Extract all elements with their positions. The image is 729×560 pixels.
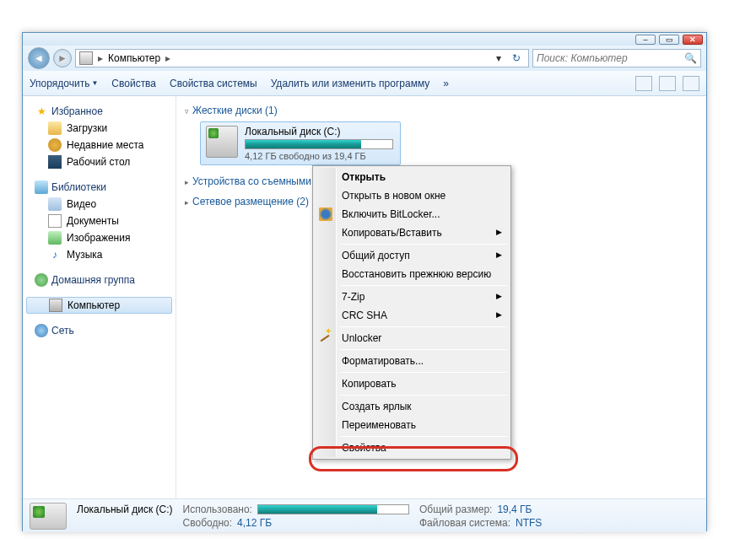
- chevron-right-icon: ▶: [496, 250, 502, 259]
- back-button[interactable]: ◄: [28, 47, 50, 69]
- details-pane: Локальный диск (C:) Локальный диск (C:) …: [23, 498, 706, 532]
- path-segment[interactable]: Компьютер: [108, 52, 160, 64]
- favorites-group[interactable]: ★Избранное: [23, 103, 176, 120]
- search-input[interactable]: [537, 52, 684, 64]
- desktop-icon: [48, 155, 62, 169]
- status-drive-name: Локальный диск (C:): [77, 503, 173, 515]
- free-value: 4,12 ГБ: [237, 517, 272, 529]
- chevron-right-icon: ▶: [496, 292, 502, 300]
- help-button[interactable]: [683, 76, 699, 91]
- drive-usage-bar: [245, 139, 393, 149]
- homegroup-icon: [35, 273, 48, 287]
- computer-icon: [49, 299, 62, 312]
- total-value: 19,4 ГБ: [497, 503, 532, 515]
- minimize-button[interactable]: –: [635, 35, 656, 45]
- toolbar-overflow[interactable]: »: [443, 78, 449, 89]
- shield-icon: [319, 207, 332, 221]
- sidebar-item-documents[interactable]: Документы: [23, 213, 176, 229]
- search-box[interactable]: 🔍: [532, 49, 701, 67]
- drive-c[interactable]: Локальный диск (C:) 4,12 ГБ свободно из …: [200, 121, 401, 165]
- drive-icon: [30, 503, 67, 530]
- collapse-icon: ▿: [185, 107, 189, 116]
- ctx-copy-paste[interactable]: Копировать/Вставить▶: [315, 223, 509, 242]
- navigation-pane: ★Избранное Загрузки Недавние места Рабоч…: [23, 96, 176, 498]
- path-dropdown-icon[interactable]: ▾: [493, 52, 505, 64]
- ctx-7zip[interactable]: 7-Zip▶: [315, 288, 509, 306]
- sidebar-item-images[interactable]: Изображения: [23, 229, 176, 246]
- chevron-right-icon: ▸: [96, 52, 105, 64]
- titlebar: – ▭ ✕: [23, 33, 706, 46]
- organize-menu[interactable]: Упорядочить▼: [30, 78, 98, 89]
- toolbar: Упорядочить▼ Свойства Свойства системы У…: [23, 71, 706, 96]
- fs-label: Файловая система:: [419, 517, 510, 529]
- ctx-open-new-window[interactable]: Открыть в новом окне: [315, 186, 509, 205]
- usage-bar: [257, 504, 409, 514]
- recent-icon: [48, 138, 62, 152]
- ctx-share[interactable]: Общий доступ▶: [315, 246, 509, 265]
- sidebar-item-videos[interactable]: Видео: [23, 196, 176, 213]
- expand-icon: ▸: [185, 178, 189, 186]
- context-menu: Открыть Открыть в новом окне Включить Bi…: [312, 165, 511, 460]
- drive-icon: [206, 126, 238, 158]
- video-icon: [48, 197, 62, 211]
- uninstall-button[interactable]: Удалить или изменить программу: [271, 78, 430, 89]
- search-icon[interactable]: 🔍: [684, 52, 697, 64]
- ctx-format[interactable]: Форматировать...: [315, 352, 509, 370]
- network-icon: [35, 324, 48, 337]
- libraries-group[interactable]: Библиотеки: [23, 179, 176, 196]
- network-group[interactable]: Сеть: [23, 322, 176, 339]
- ctx-create-shortcut[interactable]: Создать ярлык: [315, 397, 509, 416]
- sidebar-item-desktop[interactable]: Рабочий стол: [23, 153, 176, 170]
- chevron-right-icon: ▶: [496, 310, 502, 319]
- address-bar: ◄ ► ▸ Компьютер ▸ ▾ ↻ 🔍: [23, 46, 706, 71]
- chevron-right-icon: ▶: [496, 228, 502, 236]
- drive-name: Локальный диск (C:): [245, 126, 395, 137]
- wand-icon: [321, 335, 330, 342]
- ctx-copy[interactable]: Копировать: [315, 374, 509, 393]
- star-icon: ★: [35, 105, 48, 118]
- homegroup-group[interactable]: Домашняя группа: [23, 272, 176, 288]
- expand-icon: ▸: [185, 198, 189, 207]
- ctx-open[interactable]: Открыть: [315, 168, 509, 186]
- forward-button[interactable]: ►: [53, 49, 72, 67]
- hdd-section[interactable]: ▿Жесткие диски (1): [185, 101, 698, 121]
- ctx-properties[interactable]: Свойства: [315, 439, 509, 457]
- ctx-crc-sha[interactable]: CRC SHA▶: [315, 306, 509, 325]
- sidebar-item-music[interactable]: ♪Музыка: [23, 246, 176, 263]
- sidebar-item-computer[interactable]: Компьютер: [26, 297, 172, 314]
- ctx-rename[interactable]: Переименовать: [315, 416, 509, 434]
- image-icon: [48, 231, 62, 245]
- music-icon: ♪: [48, 248, 62, 261]
- ctx-bitlocker[interactable]: Включить BitLocker...: [315, 205, 509, 223]
- fs-value: NTFS: [516, 517, 542, 529]
- properties-button[interactable]: Свойства: [111, 78, 156, 89]
- maximize-button[interactable]: ▭: [659, 35, 679, 45]
- preview-pane-button[interactable]: [659, 76, 676, 91]
- ctx-unlocker[interactable]: Unlocker: [315, 329, 509, 347]
- free-label: Свободно:: [183, 517, 233, 529]
- sidebar-item-recent[interactable]: Недавние места: [23, 137, 176, 153]
- sidebar-item-downloads[interactable]: Загрузки: [23, 120, 176, 137]
- view-button[interactable]: [635, 76, 652, 91]
- system-properties-button[interactable]: Свойства системы: [170, 78, 257, 89]
- ctx-restore-previous[interactable]: Восстановить прежнюю версию: [315, 265, 509, 283]
- folder-icon: [48, 121, 62, 135]
- libraries-icon: [35, 180, 48, 194]
- path-box[interactable]: ▸ Компьютер ▸ ▾ ↻: [75, 49, 529, 67]
- total-label: Общий размер:: [419, 503, 492, 515]
- refresh-icon[interactable]: ↻: [508, 52, 525, 64]
- used-label: Использовано:: [183, 503, 252, 515]
- computer-icon: [79, 51, 93, 65]
- close-button[interactable]: ✕: [683, 35, 703, 45]
- drive-free-text: 4,12 ГБ свободно из 19,4 ГБ: [245, 151, 395, 161]
- document-icon: [48, 214, 62, 228]
- chevron-right-icon[interactable]: ▸: [164, 52, 172, 64]
